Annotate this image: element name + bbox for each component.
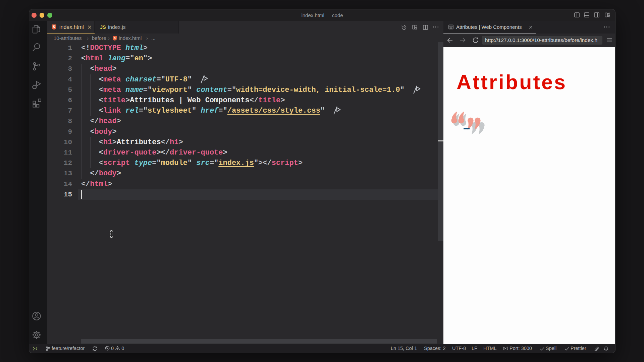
svg-text:5: 5 [53, 25, 55, 29]
svg-text:5: 5 [114, 37, 116, 40]
